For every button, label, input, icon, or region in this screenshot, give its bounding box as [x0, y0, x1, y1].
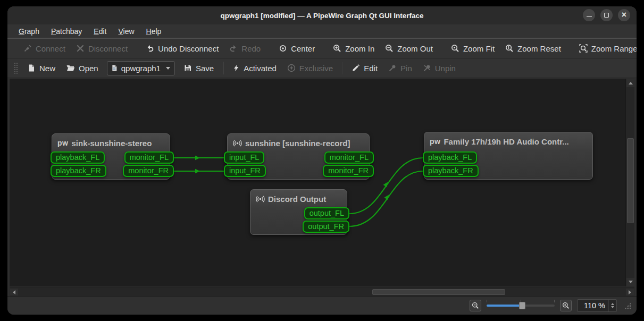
circled-bolt-icon [287, 64, 296, 72]
scroll-left-button[interactable] [10, 289, 18, 295]
node-title: sink-sunshine-stereo [71, 139, 152, 148]
center-icon [279, 44, 287, 53]
unpin-icon [423, 64, 431, 72]
window-resize-grip[interactable] [624, 302, 631, 309]
zoom-range-button[interactable]: Zoom Range [574, 42, 637, 55]
disconnect-icon [76, 44, 85, 53]
slider-fill [487, 305, 522, 307]
port-monitor-fl[interactable]: monitor_FL [324, 151, 374, 164]
node-title: Discord Output [268, 195, 326, 204]
close-icon: × [622, 11, 626, 19]
menu-graph[interactable]: Graph [14, 26, 44, 37]
zoom-out-icon [385, 44, 394, 53]
port-output-fl[interactable]: output_FL [304, 207, 349, 219]
minimize-button[interactable] [583, 9, 595, 21]
horizontal-scrollbar-thumb[interactable] [372, 289, 505, 295]
zoom-in-button[interactable]: Zoom In [328, 42, 380, 55]
broadcast-icon [233, 139, 242, 148]
edit-button[interactable]: Edit [346, 62, 383, 75]
save-icon [183, 64, 192, 72]
pipewire-icon: pw [430, 137, 440, 146]
unpin-button[interactable]: Unpin [417, 62, 461, 75]
port-playback-fr[interactable]: playback_FR [51, 165, 106, 177]
port-playback-fr[interactable]: playback_FR [423, 165, 479, 177]
open-folder-icon [66, 64, 75, 72]
redo-button[interactable]: Redo [224, 42, 266, 55]
triangle-right-icon [629, 290, 631, 294]
connections-layer [10, 79, 625, 286]
menu-bar: Graph Patchbay Edit View Help [7, 24, 637, 39]
maximize-icon [604, 13, 609, 18]
port-monitor-fr[interactable]: monitor_FR [123, 165, 174, 177]
toolbar-separator [342, 62, 342, 74]
horizontal-scrollbar[interactable] [10, 288, 634, 296]
exclusive-button[interactable]: Exclusive [282, 62, 338, 75]
title-bar: qpwgraph1 [modified] — A PipeWire Graph … [7, 6, 637, 24]
slider-tick [554, 300, 555, 302]
patchbay-profile-combobox[interactable]: qpwgraph1 [107, 61, 175, 75]
node-title: sunshine [sunshine-record] [245, 139, 350, 148]
zoom-out-mini-button[interactable] [470, 300, 481, 311]
zoom-slider[interactable] [487, 300, 555, 311]
pin-button[interactable]: Pin [383, 62, 417, 75]
app-window: qpwgraph1 [modified] — A PipeWire Graph … [7, 6, 637, 315]
spinbox-arrows[interactable] [608, 300, 616, 311]
undo-icon [146, 44, 154, 53]
minimize-icon [587, 16, 592, 17]
zoom-fit-icon [451, 44, 459, 53]
connect-button[interactable]: Connect [18, 42, 71, 55]
zoom-level-spinbox[interactable]: 110 % [577, 299, 617, 312]
window-controls: × [583, 9, 630, 21]
graph-canvas-area: pw sink-sunshine-stereo playback_FL play… [7, 78, 637, 296]
toolbar-drag-handle[interactable] [14, 62, 18, 74]
pencil-icon [352, 64, 360, 72]
disconnect-button[interactable]: Disconnect [71, 42, 133, 55]
close-button[interactable]: × [618, 9, 630, 21]
toolbar-separator [223, 62, 223, 74]
zoom-out-icon [472, 302, 479, 309]
port-playback-fl[interactable]: playback_FL [423, 151, 477, 164]
port-input-fl[interactable]: input_FL [224, 151, 264, 164]
triangle-up-icon [629, 82, 633, 85]
slider-tick [487, 300, 487, 302]
port-monitor-fr[interactable]: monitor_FR [323, 165, 374, 177]
port-playback-fl[interactable]: playback_FL [51, 151, 105, 164]
redo-icon [229, 44, 238, 53]
graph-viewport[interactable]: pw sink-sunshine-stereo playback_FL play… [10, 79, 625, 286]
vertical-scrollbar[interactable] [625, 79, 634, 286]
menu-patchbay[interactable]: Patchbay [46, 26, 87, 37]
node-title: Family 17h/19h HD Audio Contr... [444, 137, 568, 146]
undo-disconnect-button[interactable]: Undo Disconnect [140, 42, 224, 55]
zoom-range-icon [579, 44, 588, 53]
new-file-icon [27, 64, 36, 72]
scroll-up-button[interactable] [626, 79, 634, 87]
zoom-reset-icon [505, 44, 514, 53]
zoom-in-mini-button[interactable] [560, 300, 572, 311]
slider-handle[interactable] [519, 302, 525, 309]
zoom-in-icon [562, 302, 570, 309]
graph-toolbar: Connect Disconnect Undo Disconnect Redo … [7, 39, 637, 58]
zoom-fit-button[interactable]: Zoom Fit [446, 42, 500, 55]
combobox-value: qpwgraph1 [121, 64, 161, 73]
new-button[interactable]: New [22, 62, 61, 75]
activated-button[interactable]: Activated [227, 62, 282, 75]
open-button[interactable]: Open [61, 62, 104, 75]
pipewire-icon: pw [57, 139, 68, 147]
scroll-down-button[interactable] [626, 278, 634, 286]
patchbay-file-icon [111, 64, 118, 72]
connect-icon [23, 44, 32, 53]
save-button[interactable]: Save [178, 62, 219, 75]
menu-view[interactable]: View [113, 26, 139, 37]
port-monitor-fl[interactable]: monitor_FL [124, 151, 174, 164]
zoom-in-icon [333, 44, 341, 53]
scroll-right-button[interactable] [626, 289, 634, 295]
port-input-fr[interactable]: input_FR [224, 165, 266, 177]
menu-edit[interactable]: Edit [89, 26, 111, 37]
menu-help[interactable]: Help [141, 26, 166, 37]
zoom-out-button[interactable]: Zoom Out [380, 42, 438, 55]
zoom-reset-button[interactable]: Zoom Reset [500, 42, 566, 55]
port-output-fr[interactable]: output_FR [303, 221, 349, 233]
center-button[interactable]: Center [273, 42, 320, 55]
vertical-scrollbar-thumb[interactable] [627, 138, 634, 223]
maximize-button[interactable] [600, 9, 613, 21]
